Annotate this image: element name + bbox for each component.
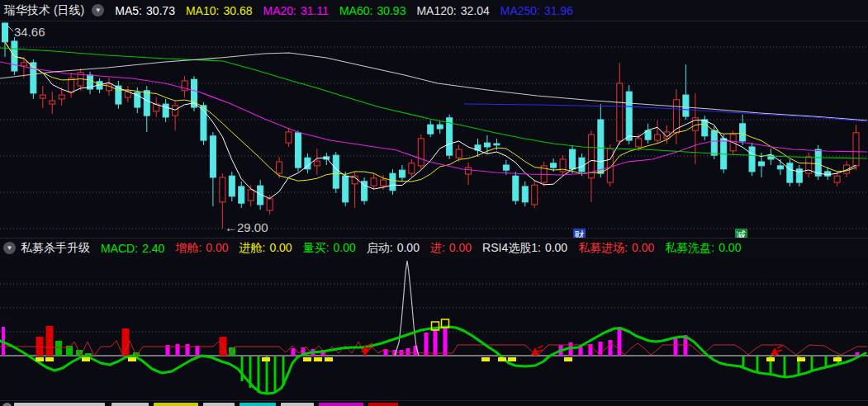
jin-value: 0.00 <box>449 241 472 256</box>
candle-up <box>371 178 377 186</box>
candle-up <box>21 63 26 66</box>
candle-down <box>428 125 434 134</box>
candle-down <box>570 149 576 169</box>
cropped-text-run <box>368 403 398 406</box>
candlestick-chart[interactable]: 34.66←29.00财减 <box>0 21 868 238</box>
ma-line-ma20 <box>0 62 867 175</box>
jin-label: 进: <box>430 241 445 256</box>
yellow-dash-marker <box>481 357 490 361</box>
ma120-value: 32.04 <box>461 4 490 17</box>
candle-down <box>759 162 765 166</box>
red-arrow-flag <box>777 350 782 352</box>
candle-up <box>381 180 387 186</box>
cropped-text-run <box>281 403 314 406</box>
candle-up <box>409 163 415 173</box>
liangmai-label: 量买: <box>303 241 330 256</box>
candle-up <box>40 95 45 98</box>
ma-line-ma250 <box>464 104 867 121</box>
ma120-readout: MA120:32.04 <box>416 4 489 17</box>
macd-value: 2.40 <box>142 242 164 255</box>
candle-down <box>2 23 8 42</box>
candle-up <box>617 83 623 141</box>
candle-down <box>579 158 585 172</box>
ma5-readout: MA5:30.73 <box>115 4 175 17</box>
candle-down <box>333 155 339 188</box>
cropped-text-run <box>240 403 276 406</box>
candle-down <box>551 163 557 168</box>
simu-jinchang-label: 私募进场: <box>578 241 628 256</box>
candle-down <box>711 130 717 155</box>
candle-down <box>522 186 528 202</box>
ma5-value: 30.73 <box>146 4 175 17</box>
ma5-label: MA5: <box>115 4 142 17</box>
qidong-value: 0.00 <box>397 241 420 256</box>
candle-up <box>418 139 424 166</box>
candle-up <box>636 139 642 147</box>
candle-up <box>267 199 273 210</box>
candle-up <box>834 176 840 182</box>
candle-up <box>314 161 320 166</box>
candle-down <box>210 136 216 177</box>
ma60-label: MA60: <box>339 4 372 17</box>
candle-up <box>173 106 178 116</box>
candle-down <box>494 144 500 145</box>
magenta-indicator-bar <box>609 340 613 356</box>
candle-up <box>277 162 282 173</box>
indicator-title: 私募杀手升级 <box>21 241 90 256</box>
green-indicator-bar <box>229 347 235 356</box>
yellow-dash-marker <box>128 357 136 361</box>
zengcang-label: 增舱: <box>175 241 202 256</box>
price-marker-label: 34.66 <box>14 25 45 39</box>
ma250-label: MA250: <box>500 4 540 17</box>
trading-app-window: 瑞华技术 (日线) MA5:30.73 MA10:30.68 MA20:31.1… <box>0 0 868 406</box>
yellow-dash-marker <box>82 357 90 361</box>
ma60-readout: MA60:30.93 <box>339 4 406 17</box>
jincang-readout: 进舱:0.00 <box>240 241 292 256</box>
chevron-down-circle-icon[interactable] <box>3 242 16 254</box>
candle-down <box>144 91 149 116</box>
yellow-dash-marker <box>36 357 44 361</box>
jincang-label: 进舱: <box>240 241 266 256</box>
ma20-value: 31.11 <box>301 4 329 17</box>
red-arrow-stem <box>364 352 367 356</box>
red-arrow-flag <box>777 346 782 348</box>
candle-up <box>466 168 472 174</box>
macd-label: MACD: <box>101 242 138 255</box>
chevron-down-circle-icon[interactable] <box>92 4 104 17</box>
ma250-readout: MA250:31.96 <box>500 4 573 17</box>
candle-up <box>106 84 111 91</box>
liangmai-readout: 量买:0.00 <box>303 241 356 256</box>
red-arrow-flag <box>538 346 543 348</box>
candle-up <box>69 78 74 92</box>
yellow-dash-marker <box>833 357 842 361</box>
jincang-value: 0.00 <box>269 241 292 256</box>
candle-down <box>229 176 235 196</box>
yellow-dash-marker <box>797 357 805 361</box>
simu-xipan-readout: 私募洗盘:0.00 <box>665 241 741 256</box>
candle-down <box>815 149 821 176</box>
candle-up <box>59 95 64 99</box>
ma10-label: MA10: <box>186 4 219 17</box>
candle-down <box>163 104 168 117</box>
indicator-titlebar: 私募杀手升级 MACD:2.40 增舱:0.00 进舱:0.00 量买:0.00… <box>0 238 868 257</box>
candle-up <box>853 133 859 166</box>
cropped-text-run <box>154 403 198 406</box>
candle-down <box>437 125 443 129</box>
red-arrow-flag <box>368 347 372 349</box>
rsi4-value: 0.00 <box>545 241 567 256</box>
rsi4-label: RSI4选股1: <box>482 241 541 256</box>
candle-down <box>777 166 783 169</box>
candle-down <box>598 120 604 173</box>
ma10-readout: MA10:30.68 <box>186 4 253 17</box>
magenta-indicator-bar <box>674 337 678 356</box>
candle-down <box>787 163 793 182</box>
candle-down <box>626 92 632 140</box>
candle-up <box>456 149 462 158</box>
rsi4-readout: RSI4选股1:0.00 <box>482 241 567 256</box>
ma10-value: 30.68 <box>223 4 252 17</box>
candle-down <box>749 147 755 172</box>
chevron-down-circle-icon <box>2 403 12 406</box>
liangmai-value: 0.00 <box>334 241 356 256</box>
indicator-chart[interactable] <box>0 257 868 400</box>
ma250-value: 31.96 <box>544 4 573 17</box>
